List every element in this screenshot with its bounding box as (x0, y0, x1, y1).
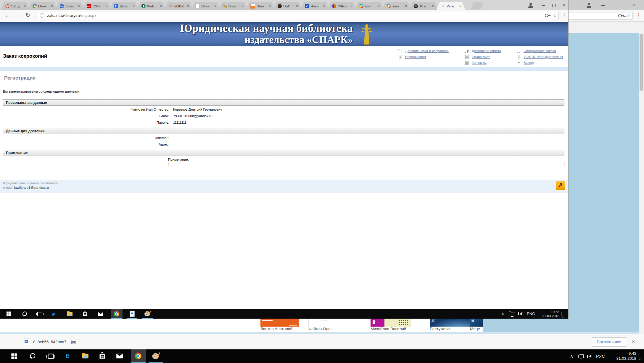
tab-close-icon[interactable]: × (214, 4, 216, 8)
info-icon[interactable]: i (40, 13, 44, 18)
restore-button[interactable] (549, 1, 558, 9)
chrome-taskbar-button[interactable] (131, 349, 146, 363)
nav-link-contacts[interactable]: Контакты (472, 61, 487, 64)
tab-close-icon[interactable]: × (405, 4, 407, 8)
chevron-up-icon[interactable]: ˆ (79, 334, 80, 350)
show-all-downloads-button[interactable]: Показать все (592, 337, 626, 347)
download-filename[interactable]: 0_8eb56_842bba7....jpg (33, 334, 76, 350)
tray-chevron-icon[interactable]: ∧ (570, 354, 573, 359)
tab-close-icon[interactable]: × (187, 4, 189, 8)
speaker-muted-icon[interactable] (520, 312, 522, 315)
action-center-icon[interactable] (561, 312, 566, 316)
photo-name[interactable]: Лаптев Анатолий (260, 327, 302, 333)
browser-tab[interactable]: Отеч× (28, 2, 57, 10)
tab-close-icon[interactable]: × (24, 4, 26, 8)
browser-tab[interactable]: Элек× (191, 2, 220, 10)
bookmark-star-icon[interactable]: ☆ (626, 13, 630, 19)
paint-taskbar-button[interactable] (141, 309, 153, 319)
book-cover[interactable] (308, 319, 342, 327)
back-icon[interactable]: ← (5, 10, 10, 20)
scrollbar[interactable] (639, 33, 644, 334)
forward-icon[interactable]: → (15, 10, 20, 20)
tab-close-icon[interactable]: × (323, 4, 325, 8)
file-explorer-icon[interactable] (64, 309, 76, 319)
store-icon[interactable] (96, 349, 108, 363)
tray-clock[interactable]: 9:43 31.03.2018 (609, 351, 636, 361)
mail-icon[interactable] (114, 349, 125, 363)
bookmark-star-icon[interactable]: ☆ (553, 12, 557, 19)
browser-tab[interactable]: элек× (382, 2, 411, 10)
tab-close-icon[interactable]: × (133, 4, 135, 8)
photo-name[interactable]: Бестужева (430, 327, 471, 333)
browser-tab[interactable]: Элек× (218, 2, 248, 10)
edge-icon[interactable]: e (49, 309, 60, 319)
network-icon[interactable] (578, 354, 584, 358)
menu-dots-icon[interactable]: ⋮ (561, 10, 567, 20)
browser-tab-active[interactable]: Реги× (436, 2, 466, 10)
photo-name[interactable]: Михайлов Василий (371, 327, 415, 333)
tab-close-icon[interactable]: × (269, 4, 271, 8)
menu-dots-icon[interactable]: ⋮ (636, 10, 642, 20)
address-bar[interactable]: i zakaz.lawlibrary.ru/reg.aspx ☆ (36, 12, 559, 19)
wordpad-taskbar-button[interactable] (126, 309, 138, 319)
nav-link-pricelist[interactable]: Прайс-лист (472, 55, 490, 59)
tab-close-icon[interactable]: × (78, 4, 80, 8)
nav-link-logout[interactable]: Выход (524, 61, 534, 64)
tray-clock[interactable]: 10:38 31.03.2018 (536, 310, 559, 318)
browser-tab[interactable]: ЭБС× (273, 2, 302, 10)
speaker-muted-icon[interactable] (589, 355, 591, 358)
close-button[interactable]: × (559, 1, 568, 9)
tab-close-icon[interactable]: × (51, 4, 53, 8)
nav-link-qa[interactable]: Вопрос-ответ (405, 55, 426, 59)
key-icon[interactable] (545, 14, 548, 17)
outer-address-bar[interactable]: ☆ (567, 12, 633, 20)
task-view-icon[interactable] (34, 309, 46, 319)
browser-tab[interactable]: https× (110, 2, 139, 10)
browser-tab[interactable]: Элек× (246, 2, 275, 10)
tab-close-icon[interactable]: × (378, 4, 380, 8)
browser-tab[interactable]: Всем× (55, 2, 84, 10)
note-input[interactable] (168, 162, 564, 166)
profile-icon[interactable] (586, 2, 592, 8)
browser-tab[interactable]: eLIBR× (164, 2, 193, 10)
file-explorer-icon[interactable] (79, 349, 91, 363)
browser-tab[interactable]: IOPs× (82, 2, 112, 10)
minimize-button[interactable] (539, 1, 548, 9)
tab-close-icon[interactable]: × (296, 4, 298, 8)
store-icon[interactable] (79, 309, 91, 319)
restore-button[interactable] (614, 1, 623, 9)
tray-chevron-icon[interactable]: ∧ (501, 312, 504, 316)
liveinternet-counter-icon[interactable]: ↗ (556, 181, 565, 190)
task-view-icon[interactable] (44, 349, 56, 363)
edge-icon[interactable]: e (62, 349, 74, 363)
close-button[interactable]: × (629, 1, 638, 9)
new-tab-button[interactable] (471, 2, 484, 9)
book-cover[interactable] (260, 319, 299, 327)
tab-close-icon[interactable]: × (105, 4, 107, 8)
close-downloads-icon[interactable]: × (630, 338, 637, 345)
action-center-icon[interactable] (638, 354, 643, 358)
browser-tab[interactable]: 10 о× (409, 2, 438, 10)
tab-close-icon[interactable]: × (432, 4, 434, 8)
tab-close-icon[interactable]: × (459, 4, 461, 8)
start-button[interactable] (8, 349, 20, 363)
book-cover[interactable] (470, 319, 483, 327)
tab-close-icon[interactable]: × (350, 4, 352, 8)
tray-language[interactable]: РУС (596, 354, 605, 359)
minimize-button[interactable] (598, 1, 607, 9)
tab-close-icon[interactable]: × (242, 4, 244, 8)
chrome-taskbar-button[interactable] (111, 309, 123, 319)
search-icon[interactable] (27, 349, 38, 363)
photo-name[interactable]: Маце (470, 327, 483, 333)
book-cover[interactable] (430, 319, 471, 327)
browser-tab[interactable]: Web× (137, 2, 166, 10)
browser-tab[interactable]: УЧЕБ× (327, 2, 357, 10)
key-icon[interactable] (618, 14, 622, 17)
network-icon[interactable] (510, 312, 515, 316)
book-cover[interactable] (371, 319, 411, 327)
reload-icon[interactable]: ↻ (25, 10, 30, 20)
browser-tab[interactable]: 1.2. д× (1, 2, 30, 10)
browser-tab[interactable]: Нови× (300, 2, 329, 10)
scrollbar-thumb[interactable] (640, 34, 643, 91)
footer-email-link[interactable]: lawlibrary1@yandex.ru (14, 186, 49, 189)
